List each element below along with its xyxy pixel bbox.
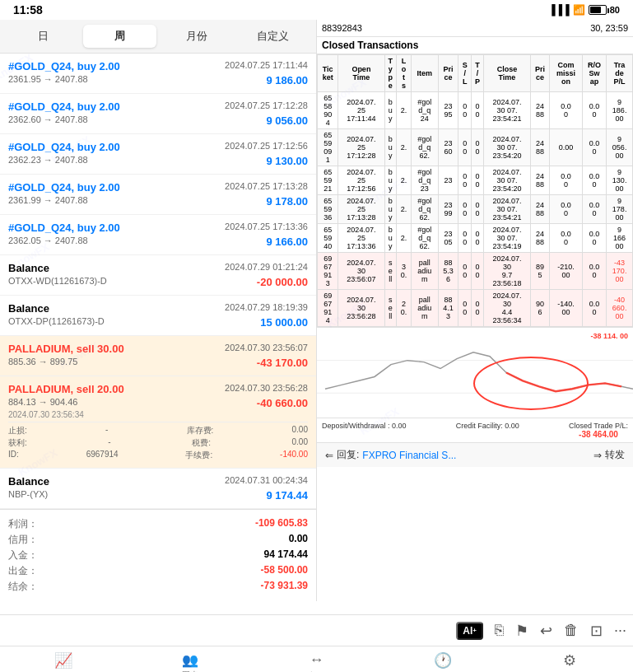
list-item[interactable]: Balance 2024.07.29 01:21:24 OTXX-WD(1126… [0,255,316,296]
cell-item: #gold_q62. [411,195,438,224]
tab-custom[interactable]: 自定义 [236,25,310,48]
cell-swap: 0.00 [582,195,607,224]
tab-day[interactable]: 日 [7,25,80,48]
tx-profit: 9 174.44 [266,489,308,502]
cell-lots: 2. [397,195,412,224]
cell-price: 23 [438,166,458,195]
cell-tp: 00 [471,253,483,290]
nav-item-history[interactable]: 🕐 历史 [379,646,506,672]
tx-date: 2024.07.25 17:12:28 [225,100,308,110]
cell-ticket: 655921 [318,166,338,195]
col-sl: S/L [458,55,471,92]
col-type: Type [384,55,397,92]
cell-close-time: 2024.07.30 07.23:54:20 [484,129,530,166]
tx-profit: 9 178.00 [266,195,308,208]
cell-item: palladium [411,253,438,290]
cell-pl: 9186.00 [607,92,633,129]
tx-profit: -40 660.00 [257,397,308,409]
copy-icon[interactable]: ⎘ [495,622,504,639]
tx-sub: OTXX-WD(11261673)-D [8,276,107,288]
cell-close-time: 2024.07.30 07.23:54:21 [484,92,530,129]
cell-open-time: 2024.07.3023:56:07 [338,253,384,290]
cell-item: palladium [411,290,438,327]
credit-label: 信用： [8,533,38,547]
tx-date: 2024.07.30 23:56:07 [225,343,308,352]
col-commission: Commission [550,55,582,92]
tx-date: 2024.07.30 23:56:28 [225,383,308,393]
storage-value: 0.00 [292,425,308,436]
stop-loss-label: 止损: [8,425,27,436]
list-item-palladium-20[interactable]: PALLADIUM, sell 20.00 2024.07.30 23:56:2… [0,376,316,469]
tx-title: Balance [8,475,49,488]
tx-date: 2024.07.29 18:19:39 [225,302,308,312]
tab-week[interactable]: 周 [83,25,156,48]
cell-pl: 916600 [607,224,633,253]
more-icon[interactable]: ··· [614,622,626,639]
transaction-list[interactable]: #GOLD_Q24, buy 2.00 2024.07.25 17:11:44 … [0,54,316,509]
cell-swap: 0.00 [582,224,607,253]
cell-open-time: 2024.07.2517:13:36 [338,224,384,253]
bottom-nav: 📈 行情 👥 图表 ↔ 交易 🕐 历史 ⚙ 设置 [0,646,633,672]
tx-profit: 9 166.00 [266,236,308,248]
tx-title: PALLADIUM, sell 30.00 [8,343,124,355]
list-item[interactable]: #GOLD_Q24, buy 2.00 2024.07.25 17:11:44 … [0,54,316,94]
cell-commission: -140.00 [550,290,582,327]
tx-profit: 9 186.00 [266,74,308,86]
deposit-label: 入金： [8,548,38,562]
cell-sl: 00 [458,224,471,253]
id-label: ID: [8,450,19,461]
cell-open-time: 2024.07.2517:11:44 [338,92,384,129]
closed-transactions-table-wrapper[interactable]: Ticket OpenTime Type Lots Item Price S/L… [317,54,633,327]
nav-item-trade[interactable]: ↔ 交易 [254,646,380,672]
col-swap: R/OSwap [582,55,607,92]
cell-close-time: 2024.07.304.423:56:34 [484,290,530,327]
list-item[interactable]: #GOLD_Q24, buy 2.00 2024.07.25 17:13:36 … [0,215,316,255]
reply-icon[interactable]: ↩ [540,622,552,640]
profit-summary-value: -109 605.83 [255,517,308,531]
list-item[interactable]: Balance 2024.07.29 18:19:39 OTXX-DP(1126… [0,296,316,336]
cell-type: sell [384,290,397,327]
cell-sl: 00 [458,92,471,129]
quotes-icon: 📈 [54,651,72,670]
tx-title: #GOLD_Q24, buy 2.00 [8,100,120,113]
col-open-time: OpenTime [338,55,384,92]
storage-label: 库存费: [187,425,214,436]
tx-sub: OTXX-DP(11261673)-D [8,316,105,329]
flag-icon[interactable]: ⚑ [515,622,528,640]
history-icon: 🕐 [434,651,452,670]
cell-type: sell [384,253,397,290]
cell-close-time: 2024.07.30 07.23:54:19 [484,224,530,253]
list-item[interactable]: #GOLD_Q24, buy 2.00 2024.07.25 17:12:56 … [0,134,316,175]
list-item-palladium-30[interactable]: PALLADIUM, sell 30.00 2024.07.30 23:56:0… [0,336,316,376]
list-item[interactable]: #GOLD_Q24, buy 2.00 2024.07.25 17:13:28 … [0,175,316,215]
ai-button[interactable]: AI+ [456,622,483,640]
tx-extra-date: 2024.07.30 23:56:34 [8,410,308,419]
nav-item-settings[interactable]: ⚙ 设置 [506,646,633,672]
wifi-icon: 📶 [573,4,585,16]
deposit-withdrawal-label: Deposit/Withdrawal : 0.00 [322,422,407,430]
refresh-icon[interactable]: ⊡ [590,622,603,640]
cell-ticket: 6967913 [318,253,338,290]
tab-month[interactable]: 月份 [160,25,233,48]
table-row: 6558904 2024.07.2517:11:44 buy 2. #gold_… [318,92,633,129]
nav-item-chart[interactable]: 👥 图表 [127,646,254,672]
list-item[interactable]: #GOLD_Q24, buy 2.00 2024.07.25 17:12:28 … [0,94,316,134]
palladium-inline-summary-3: ID: 6967914 手续费: -140.00 [8,450,308,461]
tx-title: #GOLD_Q24, buy 2.00 [8,222,120,234]
list-item-balance-nbp[interactable]: Balance 2024.07.31 00:24:34 NBP-(YX) 9 1… [0,469,316,509]
cell-type: buy [384,224,397,253]
cell-lots: 20. [397,290,412,327]
delete-icon[interactable]: 🗑 [564,622,579,639]
cell-ticket: 6967914 [318,290,338,327]
col-close-time: CloseTime [484,55,530,92]
cell-tp: 00 [471,290,483,327]
battery-icon [589,5,607,15]
nav-item-quotes[interactable]: 📈 行情 [0,646,127,672]
forward-button[interactable]: ⇒ 转发 [593,448,625,462]
closed-pl-item: Closed Trade P/L: -38 464.00 [569,422,628,439]
reply-button[interactable]: ⇐ 回复: FXPRO Financial S... [325,448,587,462]
cell-swap: 0.00 [582,290,607,327]
cell-close-price: 2488 [530,129,550,166]
tx-price: 885.36 → 899.75 [8,357,77,369]
cell-price: 884.13 [438,290,458,327]
